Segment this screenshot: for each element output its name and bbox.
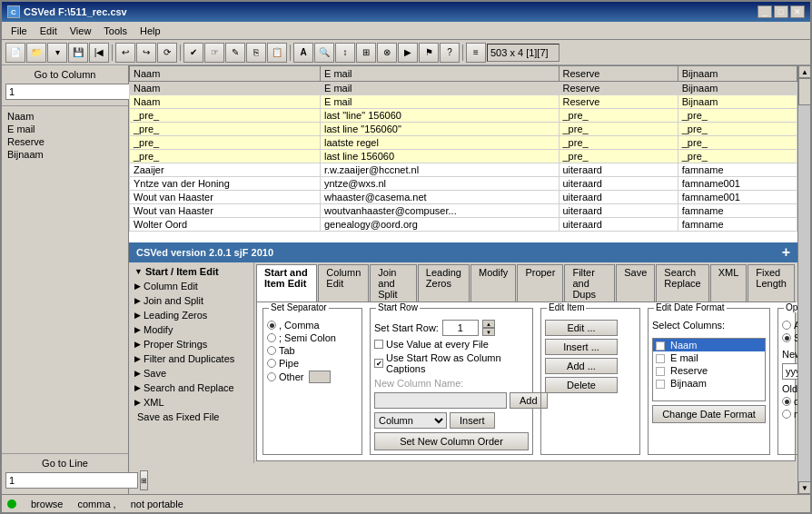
menu-help[interactable]: Help — [134, 25, 166, 37]
start-row-input[interactable] — [442, 320, 479, 336]
sep-tab[interactable]: Tab — [267, 345, 358, 356]
tab-xml[interactable]: XML — [710, 264, 748, 301]
tab-search[interactable]: Search Replace — [656, 264, 708, 301]
use-captions-row[interactable]: ✔ Use Start Row as Column Captions — [374, 352, 529, 374]
radio-other[interactable] — [267, 372, 276, 381]
goto-line-input[interactable] — [5, 472, 138, 489]
radio-semi[interactable] — [267, 333, 276, 342]
redo-button[interactable]: ↪ — [136, 43, 156, 63]
font-button[interactable]: A — [293, 43, 313, 63]
fmt-dmy[interactable]: dmy — [782, 396, 797, 407]
table-row[interactable]: Wout van Haasterwoutvanhaaster@compuser.… — [130, 204, 797, 218]
op-selected[interactable]: Selected Columns — [782, 332, 797, 343]
close-button[interactable]: ✕ — [790, 5, 805, 18]
edit-btn[interactable]: Edit ... — [545, 320, 618, 336]
new-button[interactable]: 📄 — [5, 43, 25, 63]
table-row[interactable]: Wout van Haasterwhaaster@casema.netuiter… — [130, 191, 797, 204]
add-btn[interactable]: Add ... — [545, 358, 618, 374]
col-naam[interactable]: Naam — [5, 110, 124, 123]
sidebar-item-search[interactable]: ▶ Search and Replace — [131, 381, 252, 395]
tab-leading[interactable]: Leading Zeros — [418, 264, 470, 301]
col-dropdown[interactable]: Column — [374, 412, 447, 429]
sep-semi[interactable]: ; Semi Colon — [267, 332, 358, 343]
version-plus[interactable]: + — [782, 244, 790, 261]
use-value-checkbox[interactable] — [374, 340, 383, 349]
op-all[interactable]: All Columns — [782, 320, 797, 331]
edit-button[interactable]: ✎ — [225, 43, 245, 63]
use-captions-checkbox[interactable]: ✔ — [374, 359, 383, 368]
date-col-email[interactable]: E mail — [653, 351, 765, 364]
table-row[interactable]: Wolter Oordgenealogy@oord.orguiteraardfa… — [130, 218, 797, 232]
table-row[interactable]: _pre_last line 156060_pre__pre_ — [130, 150, 797, 163]
flag-button[interactable]: ⚑ — [419, 43, 439, 63]
sidebar-item-start[interactable]: ▼ Start / Item Edit — [131, 264, 252, 279]
radio-pipe[interactable] — [267, 359, 276, 368]
sidebar-item-leading[interactable]: ▶ Leading Zeros — [131, 308, 252, 322]
sidebar-item-filter[interactable]: ▶ Filter and Duplicates — [131, 351, 252, 366]
tab-filter[interactable]: Filter and Dups — [564, 264, 615, 301]
radio-selected-cols[interactable] — [782, 333, 791, 342]
radio-dmy[interactable] — [782, 397, 791, 406]
col-email[interactable]: E mail — [5, 123, 124, 135]
date-format-input[interactable] — [782, 363, 797, 380]
table-row[interactable]: NaamE mailReserveBijnaam — [130, 95, 797, 109]
radio-mdy[interactable] — [782, 410, 791, 419]
menu-view[interactable]: View — [64, 25, 97, 37]
tab-join[interactable]: Join and Split — [370, 264, 417, 301]
change-date-btn[interactable]: Change Date Format — [652, 405, 766, 423]
scroll-up-btn[interactable]: ▲ — [798, 65, 810, 78]
search-button[interactable]: 🔍 — [314, 43, 334, 63]
table-row[interactable]: Yntze van der Honingyntze@wxs.nluiteraar… — [130, 177, 797, 191]
tab-modify[interactable]: Modify — [470, 264, 516, 301]
table-row[interactable]: NaamE mailReserveBijnaam — [130, 82, 797, 95]
col-name-input[interactable] — [374, 392, 507, 409]
sep-pipe[interactable]: Pipe — [267, 358, 358, 369]
fmt-mdy[interactable]: mdy — [782, 409, 797, 420]
col-reserve[interactable]: Reserve — [5, 135, 124, 148]
goto-col-input[interactable] — [5, 84, 138, 100]
minimize-button[interactable]: _ — [758, 5, 772, 18]
sort-button[interactable]: ↕ — [335, 43, 355, 63]
date-col-reserve[interactable]: Reserve — [653, 364, 765, 377]
menu-tools[interactable]: Tools — [98, 25, 133, 37]
scroll-down-btn[interactable]: ▼ — [798, 481, 810, 494]
sidebar-item-xml[interactable]: ▶ XML — [131, 395, 252, 410]
stop-button[interactable]: ⊗ — [377, 43, 397, 63]
radio-comma[interactable] — [267, 321, 276, 330]
delete-btn[interactable]: Delete — [545, 377, 618, 393]
col-bijnaam[interactable]: Bijnaam — [5, 148, 124, 161]
save-button[interactable]: 💾 — [68, 43, 88, 63]
date-col-bijnaam[interactable]: Bijnaam — [653, 377, 765, 390]
date-col-naam[interactable]: ✔ Naam — [653, 339, 765, 351]
check-button[interactable]: ✔ — [183, 43, 203, 63]
undo-button[interactable]: ↩ — [115, 43, 135, 63]
sidebar-item-column[interactable]: ▶ Column Edit — [131, 279, 252, 293]
scroll-track[interactable] — [798, 78, 810, 481]
paste-button[interactable]: 📋 — [267, 43, 287, 63]
insert-col-btn[interactable]: Insert — [450, 412, 495, 429]
grid-button[interactable]: ⊞ — [356, 43, 376, 63]
radio-tab[interactable] — [267, 346, 276, 355]
refresh-button[interactable]: ⟳ — [157, 43, 177, 63]
tab-save[interactable]: Save — [616, 264, 655, 301]
scroll-thumb[interactable] — [798, 78, 810, 105]
table-row[interactable]: _pre_last line "156060"_pre__pre_ — [130, 123, 797, 136]
tab-start[interactable]: Start and Item Edit — [256, 264, 317, 301]
use-value-row[interactable]: Use Value at every File — [374, 339, 529, 350]
table-row[interactable]: _pre_laatste regel_pre__pre_ — [130, 136, 797, 150]
spin-down[interactable]: ▼ — [482, 328, 495, 336]
set-order-btn[interactable]: Set New Column Order — [374, 432, 529, 450]
log-button[interactable]: ≡ — [466, 43, 486, 63]
menu-file[interactable]: File — [5, 25, 33, 37]
help-button[interactable]: ? — [440, 43, 460, 63]
sidebar-item-save[interactable]: ▶ Save — [131, 366, 252, 381]
spin-up[interactable]: ▲ — [482, 320, 495, 328]
radio-all-cols[interactable] — [782, 321, 791, 330]
data-grid[interactable]: Naam E mail Reserve Bijnaam NaamE mailRe… — [129, 65, 797, 242]
menu-edit[interactable]: Edit — [35, 25, 63, 37]
open-button[interactable]: 📁 — [26, 43, 46, 63]
sep-comma[interactable]: , Comma — [267, 320, 358, 331]
sidebar-item-join[interactable]: ▶ Join and Split — [131, 293, 252, 308]
copy-button[interactable]: ⎘ — [246, 43, 266, 63]
table-row[interactable]: _pre_last "line" 156060_pre__pre_ — [130, 109, 797, 123]
